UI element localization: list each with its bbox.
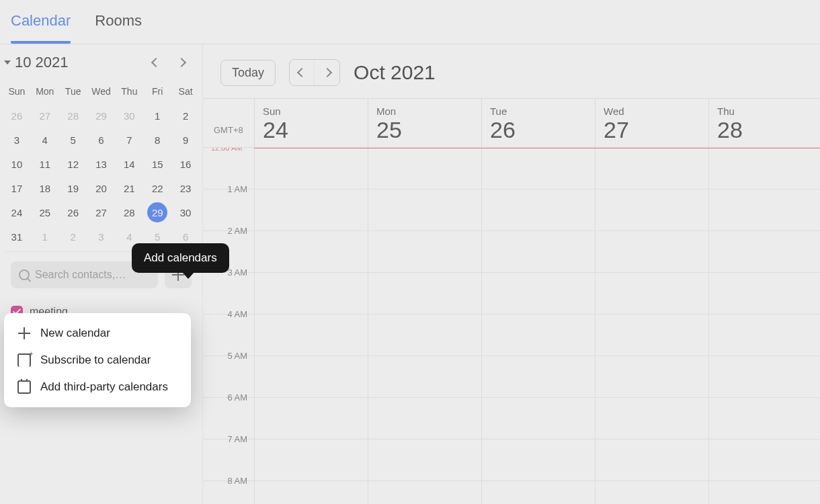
calendar-import-icon [17,380,31,394]
menu-new-calendar[interactable]: New calendar [8,320,187,347]
menu-label: New calendar [40,327,110,340]
menu-label: Subscribe to calendar [40,353,151,367]
bookmark-icon [17,353,31,367]
add-calendar-menu: New calendar Subscribe to calendar Add t… [4,313,191,407]
menu-subscribe-calendar[interactable]: Subscribe to calendar [8,347,187,374]
menu-third-party[interactable]: Add third-party calendars [8,374,187,401]
overlay-dimmer[interactable] [0,0,820,504]
plus-icon [17,327,31,340]
add-calendars-tooltip: Add calendars [132,243,229,273]
menu-label: Add third-party calendars [40,380,168,394]
